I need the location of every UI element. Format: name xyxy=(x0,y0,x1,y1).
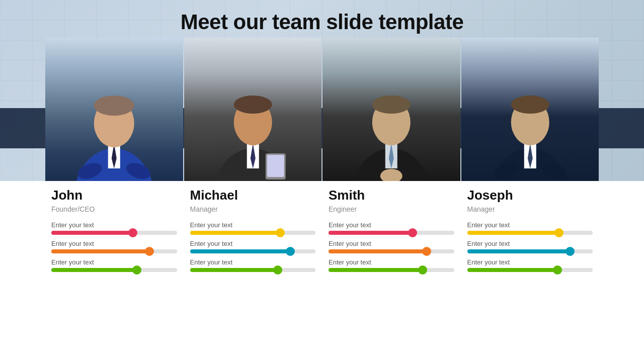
member-info-john: JohnFounder/CEOEnter your textEnter your… xyxy=(45,184,183,277)
skill-label-joseph-1: Enter your text xyxy=(467,240,593,247)
skill-item-smith-1: Enter your text xyxy=(329,240,454,253)
skill-label-joseph-2: Enter your text xyxy=(467,258,593,266)
skill-item-michael-2: Enter your text xyxy=(190,258,316,272)
member-name-michael: Michael xyxy=(190,188,316,203)
slider-track-joseph-2[interactable] xyxy=(467,268,593,272)
slider-thumb-smith-1[interactable] xyxy=(422,247,431,256)
slider-fill-smith-1 xyxy=(329,249,427,253)
skill-label-smith-1: Enter your text xyxy=(329,240,454,247)
skill-label-michael-1: Enter your text xyxy=(190,240,316,247)
slider-fill-michael-2 xyxy=(190,268,278,272)
skill-item-john-1: Enter your text xyxy=(51,240,177,253)
slider-track-michael-1[interactable] xyxy=(190,249,316,253)
slider-fill-michael-0 xyxy=(190,231,281,235)
svg-rect-41 xyxy=(267,155,284,177)
slider-fill-joseph-2 xyxy=(467,268,558,272)
slider-thumb-michael-1[interactable] xyxy=(286,247,295,256)
skill-item-joseph-0: Enter your text xyxy=(467,221,593,235)
skill-label-michael-2: Enter your text xyxy=(190,258,316,266)
svg-point-32 xyxy=(94,96,134,116)
member-role-smith: Engineer xyxy=(329,205,454,213)
slider-thumb-joseph-2[interactable] xyxy=(553,265,562,275)
slider-thumb-smith-0[interactable] xyxy=(408,228,417,237)
photo-john xyxy=(45,38,183,181)
slider-thumb-michael-2[interactable] xyxy=(273,265,282,275)
skill-item-john-2: Enter your text xyxy=(51,258,177,272)
slider-thumb-smith-2[interactable] xyxy=(418,265,427,275)
skill-item-michael-1: Enter your text xyxy=(190,240,316,253)
slider-track-joseph-1[interactable] xyxy=(467,249,593,253)
slider-thumb-joseph-1[interactable] xyxy=(566,247,575,256)
slider-thumb-john-2[interactable] xyxy=(132,265,141,275)
member-info-joseph: JosephManagerEnter your textEnter your t… xyxy=(461,184,599,277)
photos-row xyxy=(45,38,599,181)
skill-label-john-0: Enter your text xyxy=(51,221,177,229)
slider-track-john-2[interactable] xyxy=(51,268,177,272)
skill-label-michael-0: Enter your text xyxy=(190,221,316,229)
slider-track-michael-0[interactable] xyxy=(190,231,316,235)
skill-item-michael-0: Enter your text xyxy=(190,221,316,235)
slider-track-michael-2[interactable] xyxy=(190,268,316,272)
slider-thumb-john-0[interactable] xyxy=(128,228,137,237)
slider-fill-joseph-0 xyxy=(467,231,559,235)
slider-track-john-1[interactable] xyxy=(51,249,177,253)
slider-track-smith-1[interactable] xyxy=(329,249,454,253)
member-role-michael: Manager xyxy=(190,205,316,213)
slider-fill-john-1 xyxy=(51,249,149,253)
skill-item-john-0: Enter your text xyxy=(51,221,177,235)
skill-label-smith-2: Enter your text xyxy=(329,258,454,266)
slide-title: Meet our team slide template xyxy=(0,10,644,34)
photo-joseph xyxy=(461,38,599,181)
slide: Meet our team slide template xyxy=(0,0,644,362)
member-info-smith: SmithEngineerEnter your textEnter your t… xyxy=(323,184,460,277)
member-name-joseph: Joseph xyxy=(467,188,593,203)
svg-point-52 xyxy=(511,96,549,114)
member-info-michael: MichaelManagerEnter your textEnter your … xyxy=(184,184,322,277)
skill-label-joseph-0: Enter your text xyxy=(467,221,593,229)
slider-track-john-0[interactable] xyxy=(51,231,177,235)
slider-thumb-joseph-0[interactable] xyxy=(554,228,564,237)
slider-thumb-john-1[interactable] xyxy=(145,247,154,256)
member-name-smith: Smith xyxy=(329,188,454,203)
photo-smith xyxy=(323,38,460,181)
svg-point-46 xyxy=(372,96,411,114)
skill-item-joseph-2: Enter your text xyxy=(467,258,593,272)
skill-item-joseph-1: Enter your text xyxy=(467,240,593,253)
member-role-john: Founder/CEO xyxy=(51,205,177,213)
slider-track-smith-2[interactable] xyxy=(329,268,454,272)
skill-label-john-2: Enter your text xyxy=(51,258,177,266)
svg-point-39 xyxy=(233,96,272,114)
info-row: JohnFounder/CEOEnter your textEnter your… xyxy=(45,184,599,277)
member-role-joseph: Manager xyxy=(467,205,593,213)
slider-fill-john-2 xyxy=(51,268,137,272)
slider-fill-smith-2 xyxy=(329,268,423,272)
skill-label-john-1: Enter your text xyxy=(51,240,177,247)
slider-thumb-michael-0[interactable] xyxy=(276,228,285,237)
member-name-john: John xyxy=(51,188,177,203)
skill-label-smith-0: Enter your text xyxy=(329,221,454,229)
slider-fill-john-0 xyxy=(51,231,133,235)
slider-track-smith-0[interactable] xyxy=(329,231,454,235)
photo-michael xyxy=(184,38,322,181)
slider-fill-joseph-1 xyxy=(467,249,571,253)
skill-item-smith-2: Enter your text xyxy=(329,258,454,272)
slider-fill-michael-1 xyxy=(190,249,291,253)
slider-fill-smith-0 xyxy=(329,231,413,235)
skill-item-smith-0: Enter your text xyxy=(329,221,454,235)
slider-track-joseph-0[interactable] xyxy=(467,231,593,235)
